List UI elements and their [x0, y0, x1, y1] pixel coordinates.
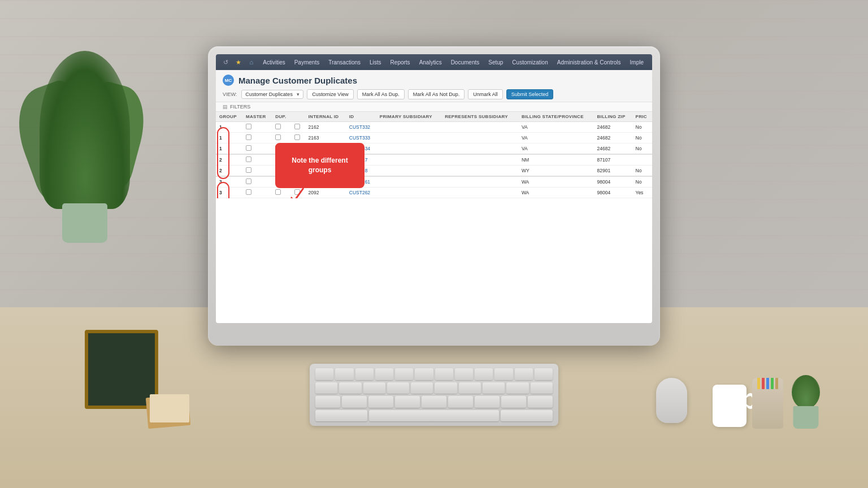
col-price: PRIC [632, 112, 653, 122]
nav-customization[interactable]: Customization [508, 58, 552, 67]
key [531, 382, 553, 394]
pencil [757, 378, 760, 389]
nav-analytics[interactable]: Analytics [415, 58, 446, 67]
page-icon: MC [223, 75, 234, 86]
key [342, 396, 367, 408]
submit-selected-button[interactable]: Submit Selected [506, 89, 554, 99]
duplicates-table: GROUP MASTER DUP. INTERNAL ID ID PRIMARY… [216, 112, 652, 198]
customer-id-link[interactable]: CUST333 [349, 135, 370, 141]
col-primary-sub: PRIMARY SUBSIDIARY [376, 112, 441, 122]
key [483, 382, 505, 394]
table-checkbox[interactable] [246, 145, 251, 151]
col-group: GROUP [216, 112, 242, 122]
table-checkbox[interactable] [246, 167, 251, 173]
table-row[interactable]: 12162CUST332VA24682No [216, 122, 652, 133]
customer-id-link[interactable]: CUST332 [349, 124, 370, 130]
book [150, 394, 189, 422]
table-checkbox[interactable] [275, 167, 281, 173]
table-row[interactable]: 32091CUST261WA98004No [216, 176, 652, 188]
table-checkbox[interactable] [275, 145, 281, 151]
table-checkbox[interactable] [294, 124, 300, 129]
table-checkbox[interactable] [275, 178, 281, 184]
view-select-dropdown[interactable]: Customer Duplicates ▾ [241, 90, 303, 99]
key [315, 368, 333, 380]
customer-id-link[interactable]: CUST17 [349, 157, 368, 163]
nav-admin[interactable]: Administration & Controls [553, 58, 625, 67]
small-plant-right [789, 372, 823, 429]
key [315, 382, 337, 394]
pencil [766, 378, 769, 389]
refresh-icon[interactable]: ↺ [220, 56, 231, 68]
mark-all-not-dup-button[interactable]: Mark All As Not Dup. [408, 89, 465, 99]
decorative-plant-left [34, 45, 136, 243]
table-checkbox[interactable] [275, 156, 281, 162]
table-checkbox[interactable] [246, 156, 251, 162]
nav-menu: Activities Payments Transactions Lists R… [259, 58, 648, 67]
pencil-cup [752, 378, 783, 429]
key [335, 368, 353, 380]
key-shift [315, 410, 367, 422]
nav-reports[interactable]: Reports [387, 58, 414, 67]
key-row-3 [315, 396, 553, 408]
nav-documents[interactable]: Documents [447, 58, 484, 67]
col-check [291, 112, 305, 122]
coffee-mug [713, 385, 747, 427]
key [435, 382, 457, 394]
page-title: Manage Customer Duplicates [238, 76, 357, 85]
table-row[interactable]: 12163CUST333VA24682No [216, 133, 652, 143]
filters-label: FILTERS [230, 104, 250, 110]
customer-id-link[interactable]: CUST262 [349, 190, 370, 195]
customer-id-link[interactable]: CUST261 [349, 179, 370, 185]
key [448, 396, 473, 408]
customer-id-link[interactable]: CUST18 [349, 168, 368, 173]
nav-setup[interactable]: Setup [484, 58, 507, 67]
table-checkbox[interactable] [294, 167, 300, 173]
table-checkbox[interactable] [246, 189, 251, 195]
table-checkbox[interactable] [275, 134, 281, 140]
key [395, 368, 413, 380]
customize-view-button[interactable]: Customize View [307, 89, 353, 99]
table-checkbox[interactable] [275, 124, 281, 129]
table-row[interactable]: 21848CUST18WY82901No [216, 165, 652, 177]
mark-all-dup-button[interactable]: Mark All As Dup. [357, 89, 405, 99]
view-label: VIEW: [223, 91, 237, 97]
key [415, 368, 433, 380]
keyboard-keys [315, 368, 553, 421]
col-internal-id: INTERNAL ID [305, 112, 346, 122]
table-checkbox[interactable] [294, 178, 300, 184]
star-icon[interactable]: ★ [233, 56, 244, 68]
table-checkbox[interactable] [294, 189, 300, 195]
filter-icon: ▤ [223, 104, 228, 110]
table-row[interactable]: 21847CUST17NM87107 [216, 154, 652, 165]
key-row-4 [315, 410, 553, 422]
nav-activities[interactable]: Activities [259, 58, 289, 67]
key [528, 396, 553, 408]
page-title-row: MC Manage Customer Duplicates [223, 75, 645, 86]
key [475, 368, 493, 380]
table-checkbox[interactable] [246, 134, 251, 140]
nav-lists[interactable]: Lists [366, 58, 385, 67]
table-checkbox[interactable] [246, 124, 251, 129]
mouse [656, 378, 687, 423]
table-row[interactable]: 12164CUST334VA24682No [216, 143, 652, 155]
app-navbar: ↺ ★ ⌂ Activities Payments Transactions L… [216, 54, 652, 70]
leaves [792, 375, 820, 409]
table-checkbox[interactable] [294, 156, 300, 162]
home-icon[interactable]: ⌂ [246, 56, 257, 68]
table-checkbox[interactable] [275, 189, 281, 195]
customer-id-link[interactable]: CUST334 [349, 146, 370, 151]
nav-payments[interactable]: Payments [290, 58, 323, 67]
table-body: 12162CUST332VA24682No12163CUST333VA24682… [216, 122, 652, 198]
unmark-all-button[interactable]: Unmark All [468, 89, 503, 99]
page-header: MC Manage Customer Duplicates VIEW: Cust… [216, 70, 652, 102]
table-checkbox[interactable] [294, 145, 300, 151]
table-checkbox[interactable] [246, 178, 251, 184]
table-row[interactable]: 32092CUST262WA98004Yes [216, 188, 652, 198]
keyboard [310, 364, 558, 426]
nav-imple[interactable]: Imple [626, 58, 648, 67]
key [339, 382, 361, 394]
nav-transactions[interactable]: Transactions [324, 58, 364, 67]
table-checkbox[interactable] [294, 134, 300, 140]
key [368, 396, 393, 408]
key [459, 382, 481, 394]
